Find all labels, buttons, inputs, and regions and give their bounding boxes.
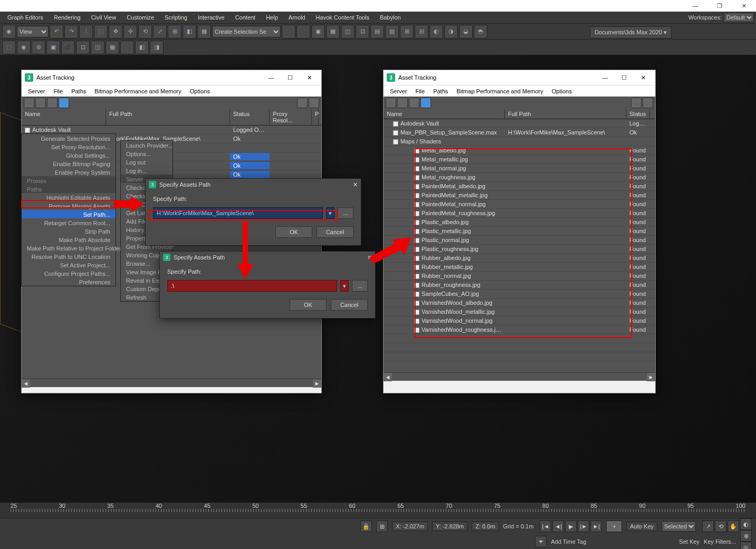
table-row[interactable]: Metal_normal.jpgFound (384, 164, 655, 173)
toolbar-icon-12[interactable] (296, 25, 310, 38)
menu-item-civil-view[interactable]: Civil View (86, 12, 121, 23)
menu-item-babylon[interactable]: Babylon (375, 12, 406, 23)
column-header[interactable]: Status (626, 109, 650, 119)
toolbar-icon-10[interactable]: ▦ (197, 25, 211, 38)
menu-item[interactable]: Make Path Relative to Project Folder (22, 244, 116, 252)
next-frame-icon[interactable]: |► (578, 521, 589, 532)
toolbar-icon-13[interactable]: ▣ (311, 25, 325, 38)
menu-item[interactable]: Set Active Project... (22, 261, 116, 269)
table-row[interactable]: Rubber_metallic.jpgFound (384, 263, 655, 272)
menu-item-havok-content-tools[interactable]: Havok Content Tools (311, 12, 375, 23)
table-row[interactable]: Plastic_metallic.jpgFound (384, 227, 655, 236)
table-row[interactable]: Maps / Shaders (384, 137, 655, 146)
settings-icon[interactable] (309, 98, 319, 108)
table-row[interactable]: PaintedMetal_roughness.jpgFound (384, 209, 655, 218)
menu-item[interactable]: Generate Selected Proxies (22, 134, 116, 142)
table-row[interactable]: Plastic_normal.jpgFound (384, 236, 655, 245)
path-dropdown-icon[interactable]: ▾ (326, 207, 334, 219)
toolbar-icon-0[interactable]: ↶ (50, 25, 63, 38)
column-header[interactable]: Full Path (505, 109, 626, 119)
menu-item-options[interactable]: Options (186, 88, 214, 94)
toolbar-icon-6[interactable]: ⟲ (138, 25, 152, 38)
menu-item[interactable]: Enable Proxy System (22, 168, 116, 176)
table-row[interactable]: Metal_roughness.jpgFound (384, 173, 655, 182)
menu-item-scripting[interactable]: Scripting (159, 12, 193, 23)
table-row[interactable]: Metal_metallic.jpgFound (384, 155, 655, 164)
menu-item-server[interactable]: Server (24, 88, 49, 94)
toolbar-icon-11[interactable] (282, 25, 295, 38)
menu-item[interactable]: Set Path... (22, 210, 116, 218)
column-header[interactable]: Status (230, 109, 270, 125)
selection-set-select[interactable]: Create Selection Se (212, 26, 281, 37)
os-minimize-button[interactable]: — (683, 0, 707, 12)
table-row[interactable]: VarnishedWood_albedo.jpgFound (384, 298, 655, 307)
menu-item-rendering[interactable]: Rendering (49, 12, 86, 23)
menu-item-content[interactable]: Content (230, 12, 261, 23)
table-row[interactable]: VarnishedWood_roughness.jpgFound (384, 325, 655, 334)
refresh-icon[interactable] (24, 98, 34, 108)
toolbar2-icon-0[interactable]: ⬚ (2, 41, 16, 54)
table-row[interactable]: Rubber_roughness.jpgFound (384, 281, 655, 290)
minimize-button[interactable]: — (262, 71, 280, 84)
project-path-dropdown[interactable]: Documents\3ds Max 2020 ▾ (590, 26, 672, 38)
maximize-button[interactable]: ☐ (615, 71, 633, 84)
maximize-button[interactable]: ☐ (281, 71, 299, 84)
settings-icon[interactable] (643, 98, 653, 108)
menu-item-bitmap-performance-and-memory[interactable]: Bitmap Performance and Memory (452, 88, 547, 94)
go-start-icon[interactable]: |◄ (540, 521, 551, 532)
menu-item[interactable]: Global Settings... (22, 151, 116, 159)
path-input[interactable] (167, 280, 337, 292)
nav-icon-6[interactable]: ⊕ (740, 530, 752, 542)
column-header[interactable]: Full Path (106, 109, 230, 125)
toolbar-icon-18[interactable]: ▥ (385, 25, 399, 38)
menu-item-customize[interactable]: Customize (121, 12, 159, 23)
menu-item-paths[interactable]: Paths (67, 88, 90, 94)
toolbar2-icon-9[interactable]: ◧ (135, 41, 149, 54)
menu-item[interactable]: Log out (121, 158, 173, 166)
go-end-icon[interactable]: ►| (590, 521, 602, 532)
cancel-button[interactable]: Cancel (331, 299, 368, 311)
toolbar-icon-1[interactable]: ↷ (64, 25, 78, 38)
toolbar2-icon-3[interactable]: ▣ (46, 41, 60, 54)
menu-item-paths[interactable]: Paths (429, 88, 452, 94)
table-row[interactable]: Rubber_albedo.jpgFound (384, 254, 655, 263)
menu-item-server[interactable]: Server (386, 88, 411, 94)
toolbar-icon-4[interactable]: ✥ (109, 25, 122, 38)
menu-item-graph-editors[interactable]: Graph Editors (2, 12, 49, 23)
close-button[interactable]: ✕ (300, 71, 318, 84)
cancel-button[interactable]: Cancel (317, 226, 353, 238)
nav-icon-5[interactable]: ◐ (740, 518, 752, 530)
toolbar2-icon-4[interactable]: ⬛ (61, 41, 75, 54)
os-maximize-button[interactable]: ❐ (707, 0, 732, 12)
prev-frame-icon[interactable]: ◄| (552, 521, 564, 532)
autokey-button[interactable]: Auto Key (626, 522, 657, 531)
browse-button[interactable]: ... (352, 280, 368, 292)
lock-icon[interactable]: 🔒 (360, 521, 372, 532)
table-row[interactable]: Autodesk VaultLogged (384, 119, 655, 128)
menu-item-help[interactable]: Help (261, 12, 283, 23)
toolbar-icon-14[interactable]: ▦ (326, 25, 340, 38)
toolbar2-icon-8[interactable] (120, 41, 134, 54)
table-row[interactable]: PaintedMetal_albedo.jpgFound (384, 182, 655, 191)
h-scrollbar[interactable]: ◄ ► (384, 372, 655, 381)
os-close-button[interactable]: ✕ (732, 0, 756, 12)
minimize-button[interactable]: — (596, 71, 614, 84)
toolbar-icon-23[interactable]: ◒ (459, 25, 473, 38)
toolbar-icon-8[interactable]: ⊞ (168, 25, 181, 38)
toolbar-icon-2[interactable]: ⋮ (79, 25, 93, 38)
toolbar-icon-15[interactable]: ◫ (341, 25, 355, 38)
scroll-right-icon[interactable]: ► (313, 379, 321, 388)
toolbar-icon-19[interactable]: ⊞ (400, 25, 414, 38)
scroll-right-icon[interactable]: ► (647, 373, 655, 381)
tree-icon[interactable] (35, 98, 46, 108)
menu-item[interactable]: Retarget Common Root... (22, 218, 116, 227)
play-icon[interactable]: ▶ (565, 521, 577, 532)
column-header[interactable]: Name (22, 109, 106, 125)
key-mode-select[interactable]: Selected (662, 521, 696, 532)
table-row[interactable]: VarnishedWood_normal.jpgFound (384, 316, 655, 325)
toolbar-icon-16[interactable]: ⊡ (356, 25, 369, 38)
menu-item-interactive[interactable]: Interactive (193, 12, 230, 23)
help-icon[interactable] (631, 98, 642, 108)
refresh-icon[interactable] (386, 98, 396, 108)
toolbar-icon-22[interactable]: ◑ (444, 25, 458, 38)
